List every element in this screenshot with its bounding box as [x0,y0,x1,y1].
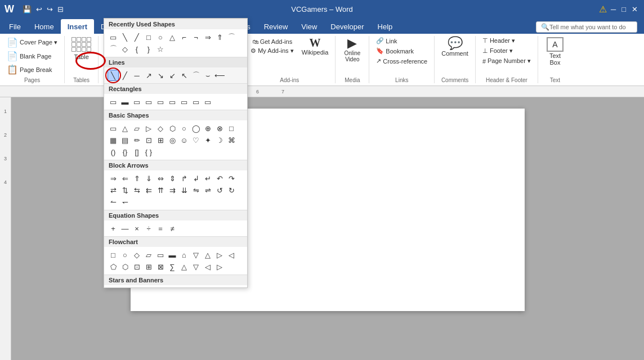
shape-item[interactable]: ✺ [143,287,154,288]
page-break-button[interactable]: 📋Page Break [5,63,54,76]
shape-item[interactable]: △ [167,32,178,43]
cover-page-button[interactable]: 📄Cover Page ▾ [5,36,60,49]
shape-item[interactable]: ↺ [214,184,225,196]
shape-item[interactable]: ↘ [155,70,166,81]
shape-item[interactable]: ─ [131,70,142,81]
blank-page-button[interactable]: 📄Blank Page [5,50,53,62]
shape-item[interactable]: ⌣ [202,70,213,81]
shape-item[interactable]: ▽ [190,249,202,260]
shape-item[interactable]: ✦ [119,287,131,288]
shape-item[interactable]: ╲ [119,32,131,43]
shape-item[interactable]: } [143,43,154,55]
maximize-button[interactable]: □ [620,4,628,15]
shape-item[interactable]: ○ [155,32,166,43]
shape-item[interactable]: ↵ [202,173,213,184]
tab-review[interactable]: Review [257,19,295,34]
link-button[interactable]: 🔗 Link [374,36,399,46]
shape-item[interactable]: ✸ [131,287,142,288]
shape-item[interactable]: ⊞ [143,261,154,272]
shape-item[interactable]: ⌐ [178,32,190,43]
shape-item[interactable]: ▬ [167,249,178,260]
shape-item[interactable]: ⇊ [178,184,190,196]
shape-item[interactable]: ▭ [108,32,119,43]
shape-item[interactable]: ◎ [167,134,178,146]
shape-item[interactable]: ▽ [190,261,202,272]
shape-item[interactable]: ⌂ [178,249,190,260]
shape-item[interactable]: ▷ [214,261,225,272]
shape-item[interactable]: ⇈ [155,184,166,196]
tab-help[interactable]: Help [371,19,400,34]
shape-item[interactable]: ⌘ [226,134,237,146]
shape-item[interactable]: ⇅ [119,184,131,196]
tell-me-input[interactable]: 🔍 Tell me what you want to do [536,21,637,33]
shape-item[interactable]: = [155,223,166,234]
shape-item[interactable]: ⇉ [167,184,178,196]
shape-item[interactable]: ∑ [167,261,178,272]
shape-item[interactable]: { } [143,146,154,158]
shape-item[interactable]: ◁ [226,249,237,260]
table-button[interactable]: Table [69,36,93,61]
get-addins-button[interactable]: 🛍 Get Add-ins [250,37,294,46]
shape-item[interactable]: ▱ [143,249,154,260]
shape-item[interactable]: ↲ [190,173,202,184]
wikipedia-button[interactable]: W Wikipedia [299,36,331,57]
shape-item[interactable]: { [131,43,142,55]
shape-item[interactable]: [] [131,146,142,158]
shape-item[interactable]: 🏅 [155,287,166,288]
shape-item[interactable]: ⇓ [143,173,154,184]
shape-item[interactable]: ⟵ [214,70,225,81]
redo-button[interactable]: ↪ [45,4,55,15]
shape-item[interactable]: ▭ [108,123,119,134]
shape-item[interactable]: ╱ [119,70,131,81]
page-number-button[interactable]: # Page Number ▾ [480,56,533,66]
shape-item[interactable]: ▭ [167,96,178,107]
shape-item[interactable]: ⇕ [167,173,178,184]
shape-item[interactable]: ▭ [155,96,166,107]
header-button[interactable]: ⊤ Header ▾ [480,36,517,46]
shape-item[interactable]: ⇒ [202,32,213,43]
shape-item[interactable]: ▤ [119,134,131,146]
shape-item[interactable]: ☽ [214,134,225,146]
shape-item[interactable]: ⇐ [119,173,131,184]
shape-item[interactable]: ⇑ [214,32,225,43]
shape-item[interactable]: {} [119,146,131,158]
customize-qat-button[interactable]: ⊟ [56,4,65,15]
shape-item[interactable]: ▷ [214,249,225,260]
shape-item[interactable]: ○ [178,123,190,134]
shape-item[interactable]: ★ [108,287,119,288]
save-button[interactable]: 💾 [21,4,33,15]
my-addins-button[interactable]: ⚙ My Add-ins ▾ [248,46,296,56]
shape-item[interactable]: ≠ [167,223,178,234]
shape-item[interactable]: ⇇ [143,184,154,196]
shape-item[interactable]: ◁ [202,261,213,272]
shape-item[interactable]: ⊡ [131,261,142,272]
shape-item[interactable]: ☺ [178,134,190,146]
shape-item[interactable]: ▭ [202,96,213,107]
shape-item[interactable]: ↼ [108,196,119,208]
shape-item[interactable]: ▦ [108,134,119,146]
shape-item[interactable]: × [131,223,142,234]
tab-home[interactable]: Home [28,19,61,34]
shape-item[interactable]: ↶ [214,173,225,184]
shape-item[interactable]: ◯ [190,123,202,134]
shape-item[interactable]: ⊗ [214,123,225,134]
shape-item[interactable]: □ [226,123,237,134]
shape-item[interactable]: ⇒ [108,173,119,184]
shape-item[interactable]: ▭ [131,96,142,107]
shape-item[interactable]: ⊕ [202,123,213,134]
shape-item[interactable]: ◇ [131,249,142,260]
shape-item[interactable]: ◇ [155,123,166,134]
shape-item[interactable]: ⌒ [226,32,237,43]
shape-item[interactable]: □ [143,32,154,43]
shape-item[interactable]: ○ [119,249,131,260]
shape-item[interactable]: ⇑ [131,173,142,184]
shape-item[interactable]: ⇔ [155,173,166,184]
shape-item[interactable]: + [108,223,119,234]
textbox-button[interactable]: A TextBox [544,36,566,67]
shape-item-diagonal[interactable]: ╲ [108,70,119,81]
shape-item[interactable]: 🎗 [167,287,178,288]
minimize-button[interactable]: ─ [609,4,618,15]
shape-item[interactable]: ÷ [143,223,154,234]
shape-item[interactable]: ◇ [119,43,131,55]
shape-item[interactable]: △ [202,249,213,260]
